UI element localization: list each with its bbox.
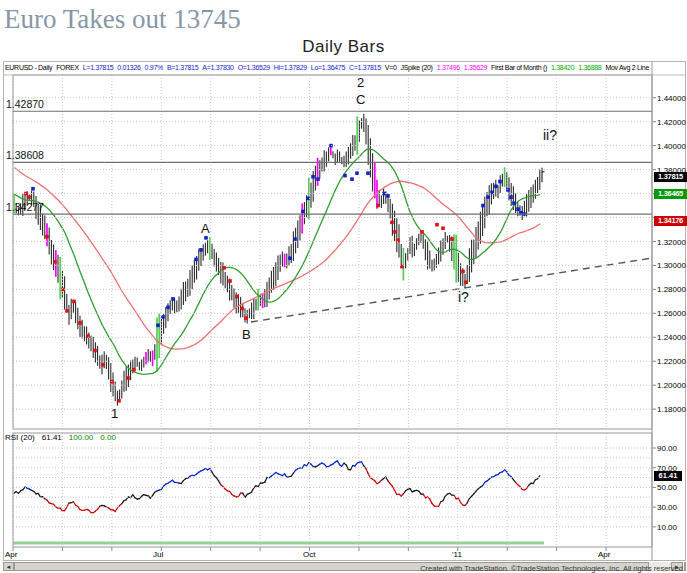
- copyright-footer: Created with TradeStation. ©TradeStation…: [420, 564, 685, 573]
- price-bars: [14, 114, 545, 406]
- rsi-header-segment: RSI (20): [5, 433, 35, 442]
- rsi-line: [14, 461, 540, 513]
- trendline[interactable]: [251, 258, 652, 322]
- rsi-header-segment: 61.41: [42, 433, 62, 442]
- gridlines: [13, 75, 656, 551]
- main-pane: [14, 114, 652, 406]
- rsi-pane: [11, 461, 544, 545]
- chart-canvas[interactable]: [0, 0, 687, 573]
- slow-ma-line: [14, 168, 540, 350]
- scroll-left-button[interactable]: ◄: [3, 562, 14, 571]
- tradestation-chart-window: Euro Takes out 13745 Daily Bars EURUSD -…: [0, 0, 687, 573]
- rsi-header-segment: 100.00: [69, 433, 93, 442]
- rsi-indicator-header: RSI (20)61.41100.000.00: [5, 433, 123, 442]
- rsi-zone-band: [11, 542, 544, 545]
- rsi-header-segment: 0.00: [100, 433, 116, 442]
